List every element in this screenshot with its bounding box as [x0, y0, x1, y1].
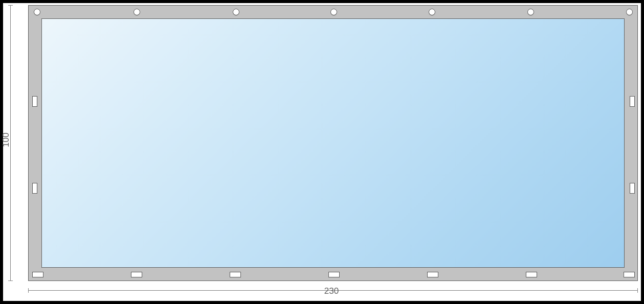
loop-icon — [526, 272, 537, 277]
dimension-label-width: 230 — [321, 286, 342, 296]
loop-icon — [630, 183, 635, 194]
tarp-cover — [41, 18, 625, 268]
loop-icon — [32, 96, 37, 107]
loop-icon — [427, 272, 438, 277]
eyelet-icon — [233, 9, 239, 15]
loop-icon — [624, 272, 635, 277]
dimension-label-height: 100 — [1, 137, 11, 147]
loop-icon — [32, 272, 43, 277]
eyelet-icon — [34, 9, 40, 15]
loop-icon — [131, 272, 142, 277]
loop-icon — [230, 272, 241, 277]
eyelet-icon — [527, 9, 534, 15]
diagram-canvas: 100 230 — [3, 3, 641, 301]
loop-icon — [32, 183, 37, 194]
tarp-frame — [28, 5, 638, 281]
loop-icon — [630, 96, 635, 107]
diagram-stage: 100 230 — [0, 0, 644, 304]
eyelet-icon — [429, 9, 435, 15]
eyelet-icon — [330, 9, 337, 15]
loop-icon — [328, 272, 340, 277]
eyelet-icon — [626, 9, 633, 15]
eyelet-icon — [134, 9, 140, 15]
